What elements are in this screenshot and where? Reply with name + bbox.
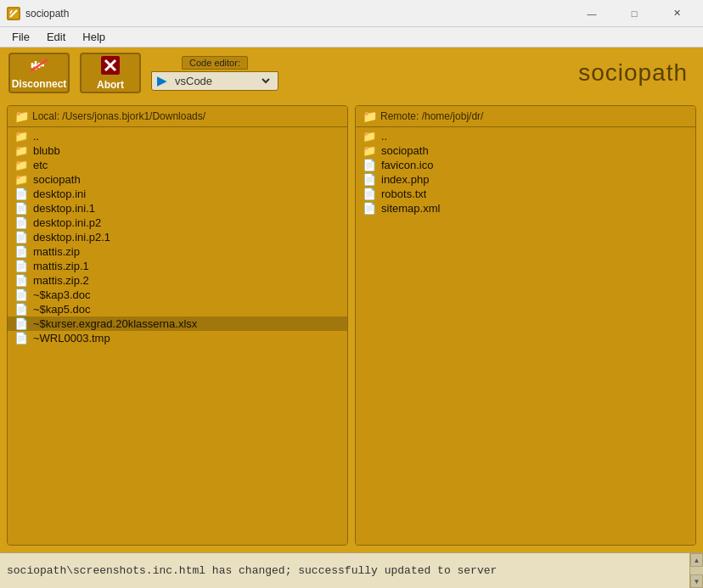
minimize-button[interactable]: — (572, 0, 611, 27)
remote-folder-icon: 📁 (363, 109, 377, 123)
local-file-item[interactable]: 📄mattis.zip.1 (8, 259, 347, 273)
file-name: ~$kurser.exgrad.20klasserna.xlsx (33, 317, 197, 330)
code-editor-dropdown[interactable]: vsCode Notepad++ Sublime Text (172, 74, 273, 88)
file-icon: 📁 (14, 144, 28, 157)
code-editor-group: Code editor: ▶ vsCode Notepad++ Sublime … (151, 56, 278, 91)
file-icon: 📄 (14, 288, 28, 301)
file-name: ~$kap5.doc (33, 303, 91, 316)
remote-file-item[interactable]: 📁.. (356, 129, 695, 143)
remote-file-item[interactable]: 📁sociopath (356, 143, 695, 158)
file-name: desktop.ini.p2 (33, 216, 101, 229)
menu-help[interactable]: Help (74, 29, 114, 45)
file-icon: 📄 (14, 260, 28, 272)
file-icon: 📄 (14, 231, 28, 244)
file-name: ~WRL0003.tmp (33, 332, 110, 344)
file-icon: 📄 (14, 188, 28, 200)
file-name: .. (33, 130, 39, 143)
local-file-item[interactable]: 📄~$kap3.doc (8, 288, 347, 302)
file-icon: 📁 (14, 159, 28, 171)
file-icon: 📄 (363, 173, 376, 186)
remote-file-list[interactable]: 📁..📁sociopath📄favicon.ico📄index.php📄robo… (356, 127, 695, 545)
file-icon: 📄 (14, 245, 28, 258)
file-name: sociopath (381, 144, 429, 157)
local-panel-path: Local: /Users/jonas.bjork1/Downloads/ (32, 110, 205, 122)
file-name: desktop.ini.1 (33, 202, 95, 215)
file-icon: 📄 (363, 159, 376, 171)
vertical-scrollbar[interactable]: ▲ ▼ (689, 553, 703, 588)
code-editor-selector[interactable]: ▶ vsCode Notepad++ Sublime Text (151, 71, 278, 91)
local-file-item[interactable]: 📄~WRL0003.tmp (8, 331, 347, 345)
remote-panel: 📁 Remote: /home/jobj/dr/ 📁..📁sociopath📄f… (355, 105, 696, 546)
local-file-item[interactable]: 📄~$kurser.exgrad.20klasserna.xlsx (8, 316, 347, 331)
scroll-up-arrow[interactable]: ▲ (690, 553, 703, 567)
file-icon: 📄 (14, 274, 28, 287)
local-folder-icon: 📁 (14, 109, 29, 123)
remote-file-item[interactable]: 📄sitemap.xml (356, 201, 695, 216)
abort-icon (101, 56, 120, 77)
title-bar: sociopath — □ ✕ (0, 0, 703, 27)
main-content: 📁 Local: /Users/jonas.bjork1/Downloads/ … (0, 98, 703, 552)
file-name: ~$kap3.doc (33, 288, 91, 301)
local-file-item[interactable]: 📄~$kap5.doc (8, 302, 347, 316)
file-icon: 📁 (14, 173, 28, 186)
local-panel: 📁 Local: /Users/jonas.bjork1/Downloads/ … (7, 105, 348, 546)
remote-panel-header: 📁 Remote: /home/jobj/dr/ (356, 106, 695, 127)
status-bar: sociopath\screenshots.inc.html has chang… (0, 552, 703, 588)
code-editor-label: Code editor: (182, 56, 248, 70)
file-icon: 📄 (14, 202, 28, 215)
toolbar: Disconnect Abort Code editor: ▶ vsCode N… (0, 48, 703, 98)
local-file-item[interactable]: 📄desktop.ini.p2.1 (8, 230, 347, 244)
local-file-item[interactable]: 📄desktop.ini.1 (8, 201, 347, 216)
window-controls: — □ ✕ (572, 0, 696, 27)
menu-bar: File Edit Help (0, 27, 703, 48)
menu-edit[interactable]: Edit (38, 29, 74, 45)
scroll-down-arrow[interactable]: ▼ (690, 574, 703, 588)
disconnect-button[interactable]: Disconnect (8, 53, 70, 93)
remote-file-item[interactable]: 📄index.php (356, 172, 695, 187)
file-name: sociopath (33, 173, 81, 186)
file-icon: 📄 (14, 332, 28, 344)
file-icon: 📄 (14, 303, 28, 316)
remote-file-item[interactable]: 📄robots.txt (356, 187, 695, 201)
app-icon (7, 7, 20, 20)
local-file-item[interactable]: 📄mattis.zip.2 (8, 273, 347, 288)
local-file-item[interactable]: 📄desktop.ini (8, 187, 347, 201)
remote-file-item[interactable]: 📄favicon.ico (356, 158, 695, 172)
file-name: blubb (33, 144, 60, 157)
file-icon: 📄 (14, 216, 28, 229)
file-name: .. (381, 130, 387, 143)
file-icon: 📁 (363, 130, 376, 143)
file-name: index.php (381, 173, 429, 186)
file-name: mattis.zip.2 (33, 274, 89, 287)
file-name: desktop.ini (33, 188, 86, 200)
local-file-list[interactable]: 📁..📁blubb📁etc📁sociopath📄desktop.ini📄desk… (8, 127, 347, 545)
disconnect-label: Disconnect (12, 78, 67, 90)
vscode-icon: ▶ (157, 74, 166, 87)
local-file-item[interactable]: 📁sociopath (8, 172, 347, 187)
file-icon: 📄 (363, 202, 376, 215)
file-name: favicon.ico (381, 159, 433, 171)
close-button[interactable]: ✕ (657, 0, 696, 27)
abort-label: Abort (97, 79, 124, 91)
file-name: sitemap.xml (381, 202, 440, 215)
file-name: desktop.ini.p2.1 (33, 231, 110, 244)
local-panel-header: 📁 Local: /Users/jonas.bjork1/Downloads/ (8, 106, 347, 127)
app-title: sociopath (289, 59, 695, 87)
menu-file[interactable]: File (3, 29, 38, 45)
remote-panel-path: Remote: /home/jobj/dr/ (380, 110, 483, 122)
local-file-item[interactable]: 📁.. (8, 129, 347, 143)
local-file-item[interactable]: 📁etc (8, 158, 347, 172)
file-icon: 📄 (14, 317, 28, 330)
local-file-item[interactable]: 📁blubb (8, 143, 347, 158)
file-icon: 📁 (363, 144, 376, 157)
local-file-item[interactable]: 📄mattis.zip (8, 244, 347, 259)
disconnect-icon (29, 57, 49, 76)
maximize-button[interactable]: □ (615, 0, 654, 27)
abort-button[interactable]: Abort (80, 53, 141, 93)
file-icon: 📁 (14, 130, 28, 143)
status-message: sociopath\screenshots.inc.html has chang… (7, 564, 696, 577)
local-file-item[interactable]: 📄desktop.ini.p2 (8, 216, 347, 230)
window-title: sociopath (25, 8, 572, 20)
file-name: robots.txt (381, 188, 426, 200)
file-name: mattis.zip.1 (33, 260, 89, 272)
